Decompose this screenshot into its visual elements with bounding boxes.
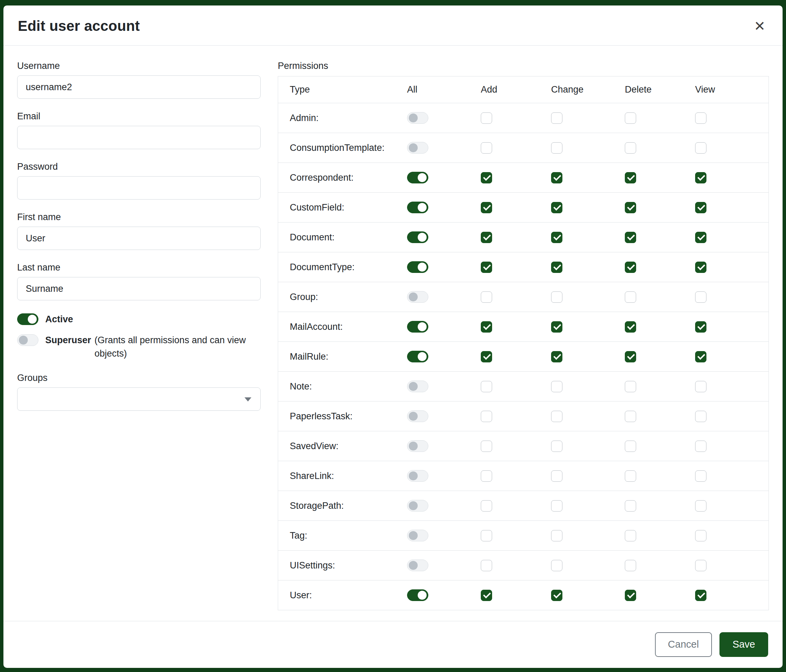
permission-all-toggle[interactable] — [407, 172, 428, 184]
permission-delete-checkbox[interactable] — [625, 411, 636, 422]
permission-add-checkbox[interactable] — [481, 411, 492, 422]
permission-view-checkbox[interactable] — [695, 232, 706, 243]
cancel-button[interactable]: Cancel — [655, 632, 712, 657]
permission-delete-checkbox[interactable] — [625, 560, 636, 571]
permission-delete-checkbox[interactable] — [625, 530, 636, 542]
permission-add-checkbox[interactable] — [481, 142, 492, 154]
permission-add-checkbox[interactable] — [481, 470, 492, 482]
permission-all-toggle[interactable] — [407, 559, 428, 571]
permission-change-checkbox[interactable] — [551, 142, 563, 154]
permission-view-checkbox[interactable] — [695, 411, 706, 422]
permission-delete-checkbox[interactable] — [625, 500, 636, 512]
permission-change-checkbox[interactable] — [551, 321, 563, 333]
permission-add-checkbox[interactable] — [481, 500, 492, 512]
permission-all-toggle[interactable] — [407, 202, 428, 213]
permission-type-label: User: — [290, 590, 407, 601]
permission-change-checkbox[interactable] — [551, 381, 563, 392]
permission-change-checkbox[interactable] — [551, 411, 563, 422]
permission-change-checkbox[interactable] — [551, 441, 563, 452]
permission-delete-checkbox[interactable] — [625, 291, 636, 303]
permission-view-checkbox[interactable] — [695, 500, 706, 512]
permission-delete-checkbox[interactable] — [625, 142, 636, 154]
permission-add-checkbox[interactable] — [481, 291, 492, 303]
permission-add-checkbox[interactable] — [481, 321, 492, 333]
permission-add-checkbox[interactable] — [481, 202, 492, 213]
permission-delete-checkbox[interactable] — [625, 202, 636, 213]
permission-delete-checkbox[interactable] — [625, 381, 636, 392]
permission-add-checkbox[interactable] — [481, 262, 492, 273]
permission-change-checkbox[interactable] — [551, 172, 563, 184]
permission-view-checkbox[interactable] — [695, 530, 706, 542]
permission-delete-checkbox[interactable] — [625, 351, 636, 363]
permission-view-checkbox[interactable] — [695, 351, 706, 363]
first-name-input[interactable] — [17, 227, 261, 250]
permission-change-checkbox[interactable] — [551, 291, 563, 303]
permission-delete-checkbox[interactable] — [625, 232, 636, 243]
permission-change-checkbox[interactable] — [551, 470, 563, 482]
permission-type-label: ShareLink: — [290, 471, 407, 481]
permission-all-toggle[interactable] — [407, 440, 428, 452]
permission-delete-checkbox[interactable] — [625, 470, 636, 482]
save-button[interactable]: Save — [720, 632, 768, 657]
permission-all-toggle[interactable] — [407, 142, 428, 154]
permission-view-checkbox[interactable] — [695, 590, 706, 601]
permission-view-checkbox[interactable] — [695, 113, 706, 124]
permission-delete-checkbox[interactable] — [625, 113, 636, 124]
permission-delete-checkbox[interactable] — [625, 262, 636, 273]
permission-delete-checkbox[interactable] — [625, 590, 636, 601]
permission-change-checkbox[interactable] — [551, 500, 563, 512]
permission-view-checkbox[interactable] — [695, 470, 706, 482]
permission-delete-checkbox[interactable] — [625, 172, 636, 184]
permission-all-toggle[interactable] — [407, 291, 428, 303]
permission-all-toggle[interactable] — [407, 351, 428, 363]
permission-change-checkbox[interactable] — [551, 530, 563, 542]
permission-add-checkbox[interactable] — [481, 530, 492, 542]
permission-change-checkbox[interactable] — [551, 113, 563, 124]
permission-view-checkbox[interactable] — [695, 321, 706, 333]
active-toggle[interactable] — [17, 313, 38, 325]
permission-all-toggle[interactable] — [407, 381, 428, 392]
permission-view-checkbox[interactable] — [695, 560, 706, 571]
permission-change-checkbox[interactable] — [551, 351, 563, 363]
permission-all-toggle[interactable] — [407, 589, 428, 601]
permission-delete-checkbox[interactable] — [625, 441, 636, 452]
last-name-input[interactable] — [17, 277, 261, 300]
permission-change-checkbox[interactable] — [551, 202, 563, 213]
toggle-knob — [418, 591, 427, 600]
permission-delete-checkbox[interactable] — [625, 321, 636, 333]
permission-change-checkbox[interactable] — [551, 560, 563, 571]
permission-change-checkbox[interactable] — [551, 262, 563, 273]
permission-all-toggle[interactable] — [407, 261, 428, 273]
permission-view-checkbox[interactable] — [695, 381, 706, 392]
permission-all-toggle[interactable] — [407, 530, 428, 542]
permission-add-checkbox[interactable] — [481, 381, 492, 392]
email-input[interactable] — [17, 126, 261, 149]
permission-view-checkbox[interactable] — [695, 441, 706, 452]
permission-all-toggle[interactable] — [407, 112, 428, 124]
permission-add-checkbox[interactable] — [481, 560, 492, 571]
permission-view-checkbox[interactable] — [695, 142, 706, 154]
superuser-toggle[interactable] — [17, 334, 38, 346]
permission-add-checkbox[interactable] — [481, 441, 492, 452]
permission-view-checkbox[interactable] — [695, 202, 706, 213]
permission-all-toggle[interactable] — [407, 470, 428, 482]
permission-add-checkbox[interactable] — [481, 590, 492, 601]
permission-add-checkbox[interactable] — [481, 172, 492, 184]
groups-select[interactable] — [17, 388, 261, 411]
username-input[interactable] — [17, 75, 261, 99]
password-input[interactable] — [17, 176, 261, 199]
permission-add-checkbox[interactable] — [481, 113, 492, 124]
permission-view-checkbox[interactable] — [695, 262, 706, 273]
permission-row: CustomField: — [278, 192, 769, 222]
permission-all-toggle[interactable] — [407, 500, 428, 512]
permission-all-toggle[interactable] — [407, 321, 428, 333]
permission-add-checkbox[interactable] — [481, 232, 492, 243]
permission-view-checkbox[interactable] — [695, 291, 706, 303]
permission-view-checkbox[interactable] — [695, 172, 706, 184]
permission-change-checkbox[interactable] — [551, 590, 563, 601]
permission-add-checkbox[interactable] — [481, 351, 492, 363]
permission-all-toggle[interactable] — [407, 410, 428, 422]
permission-change-checkbox[interactable] — [551, 232, 563, 243]
permission-all-toggle[interactable] — [407, 231, 428, 243]
close-icon[interactable]: ✕ — [752, 18, 767, 34]
